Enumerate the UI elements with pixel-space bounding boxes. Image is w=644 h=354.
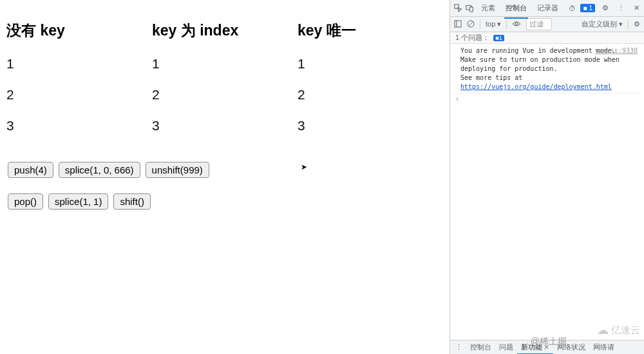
column-no-key: 没有 key 1 2 3 (6, 5, 152, 149)
button-row-add: push(4) splice(1, 0, 666) unshift(999) (8, 162, 442, 178)
column-heading: key 唯一 (298, 21, 443, 41)
issues-badge-icon: ■ (583, 5, 587, 12)
shift-button[interactable]: shift() (113, 193, 151, 210)
list-item: 3 (6, 118, 152, 133)
sidebar-toggle-icon[interactable] (454, 20, 462, 29)
drawer-tab-network-req[interactable]: 网络请 (589, 340, 618, 354)
column-heading: 没有 key (6, 21, 152, 41)
console-toolbar: top ▾ 过滤 自定义级别 ▾ ⚙ (450, 17, 644, 32)
separator (480, 20, 480, 29)
inspect-icon[interactable] (453, 3, 463, 14)
splice-remove-button[interactable]: splice(1, 1) (48, 193, 108, 210)
context-selector[interactable]: top ▾ (486, 20, 501, 28)
clear-console-icon[interactable] (467, 20, 475, 29)
columns: 没有 key 1 2 3 key 为 index 1 2 3 key 唯一 1 … (6, 5, 443, 149)
devtools-drawer-tabs: ⋮ 控制台 问题 新功能✕ 网络状况 网络请 (450, 340, 644, 354)
issues-count-badge: ■ 1 (493, 35, 504, 41)
drawer-tab-network-conditions[interactable]: 网络状况 (553, 340, 589, 354)
list-item: 2 (6, 87, 152, 103)
button-row-remove: pop() splice(1, 1) shift() (8, 193, 442, 210)
column-key-index: key 为 index 1 2 3 (152, 5, 298, 149)
issues-label: 1 个问题： (455, 33, 489, 43)
push-button[interactable]: push(4) (8, 162, 53, 178)
column-heading: key 为 index (152, 21, 298, 41)
devtools-tabs: 元素 控制台 记录器 ⏱ (476, 1, 579, 15)
tab-recorder[interactable]: 记录器 (536, 1, 560, 15)
splice-insert-button[interactable]: splice(1, 0, 666) (59, 162, 140, 178)
eye-icon[interactable] (512, 21, 521, 28)
svg-point-6 (515, 23, 518, 25)
drawer-more-icon[interactable]: ⋮ (451, 340, 466, 354)
list-item: 1 (6, 56, 152, 72)
svg-rect-1 (469, 7, 473, 12)
issues-bar[interactable]: 1 个问题： ■ 1 (450, 32, 644, 44)
separator (506, 20, 507, 29)
gear-icon[interactable]: ⚙ (600, 3, 611, 14)
list-item: 3 (298, 118, 443, 133)
svg-rect-2 (455, 21, 461, 27)
column-key-unique: key 唯一 1 2 3 (298, 5, 443, 149)
console-message: vue.js:9330 You are running Vue in devel… (454, 45, 640, 93)
list-item: 1 (298, 56, 443, 72)
devtools-topbar: 元素 控制台 记录器 ⏱ ■ 1 ⚙ ⋮ ✕ (450, 0, 644, 17)
drawer-tab-issues[interactable]: 问题 (495, 340, 517, 354)
svg-line-5 (468, 21, 473, 26)
more-icon[interactable]: ⋮ (616, 3, 626, 14)
list-item: 2 (298, 87, 443, 103)
close-tab-icon[interactable]: ✕ (544, 343, 549, 351)
console-line: Make sure to turn on production mode whe… (460, 55, 639, 74)
devtools-panel: 元素 控制台 记录器 ⏱ ■ 1 ⚙ ⋮ ✕ top ▾ 过滤 自定 (450, 0, 644, 354)
drawer-tab-console[interactable]: 控制台 (466, 340, 495, 354)
tab-elements[interactable]: 元素 (480, 1, 497, 15)
tab-console[interactable]: 控制台 (504, 1, 528, 15)
tab-performance[interactable]: ⏱ (567, 2, 577, 15)
close-icon[interactable]: ✕ (631, 3, 641, 14)
list-item: 1 (152, 56, 298, 72)
console-source-link[interactable]: vue.js:9330 (595, 46, 638, 55)
pop-button[interactable]: pop() (8, 193, 43, 210)
console-link[interactable]: https://vuejs.org/guide/deployment.html (460, 83, 612, 90)
list-item: 3 (152, 118, 298, 133)
issues-badge[interactable]: ■ 1 (580, 4, 595, 12)
issues-badge-count: 1 (589, 5, 592, 12)
separator (628, 20, 629, 29)
device-toggle-icon[interactable] (464, 3, 475, 14)
console-prompt[interactable]: › (454, 93, 640, 105)
unshift-button[interactable]: unshift(999) (146, 162, 209, 178)
console-line: See more tips at https://vuejs.org/guide… (460, 74, 639, 92)
drawer-tab-whatsnew[interactable]: 新功能✕ (517, 340, 553, 354)
app-page: 没有 key 1 2 3 key 为 index 1 2 3 key 唯一 1 … (0, 0, 450, 354)
gear-icon[interactable]: ⚙ (634, 20, 640, 28)
list-item: 2 (152, 87, 298, 103)
filter-input[interactable]: 过滤 (526, 18, 552, 30)
log-levels-selector[interactable]: 自定义级别 ▾ (582, 19, 623, 29)
devtools-topright: ■ 1 ⚙ ⋮ ✕ (580, 3, 641, 14)
console-output: vue.js:9330 You are running Vue in devel… (450, 44, 644, 340)
